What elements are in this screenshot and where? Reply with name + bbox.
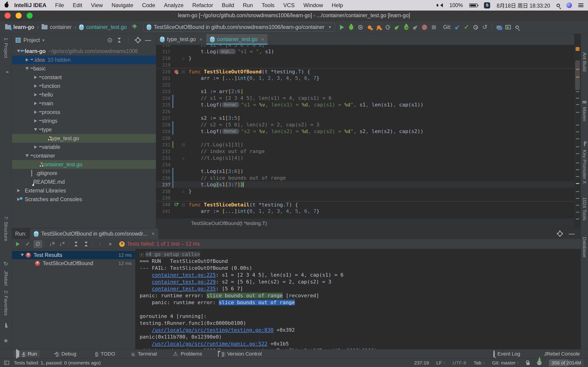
tree-row-type[interactable]: type xyxy=(12,125,156,134)
test-row-Test Results[interactable]: Test Results12 ms xyxy=(12,251,135,259)
code-line-227[interactable]: 227 s2 := s1[3:5] xyxy=(156,115,574,121)
editor-breadcrumb[interactable]: TestSliceOutOfBound(t *testing.T) xyxy=(191,220,267,226)
breadcrumb-item-learn-go[interactable]: learn-go xyxy=(4,24,35,30)
tree-toggle-icon[interactable] xyxy=(32,84,39,88)
jrebel-run-icon[interactable] xyxy=(393,23,402,32)
status-widget-356-of-2014m[interactable]: 356 of 2014M xyxy=(549,359,584,366)
stop-icon[interactable] xyxy=(429,23,439,32)
toolwindow-layout-icon[interactable] xyxy=(4,361,9,365)
notification-center-icon[interactable] xyxy=(578,3,583,7)
tree-toggle-icon[interactable] xyxy=(24,58,31,61)
tree-row-strings[interactable]: strings xyxy=(12,117,156,125)
project-panel-title[interactable]: Project xyxy=(23,37,40,43)
menu-item-navigate[interactable]: Navigate xyxy=(107,2,138,8)
show-ignored-icon[interactable]: ∅ xyxy=(34,240,42,248)
menu-item-file[interactable]: File xyxy=(51,2,69,8)
menu-item-refactor[interactable]: Refactor xyxy=(188,2,217,8)
rerun-test-icon[interactable] xyxy=(173,201,180,208)
tab-type_test.go[interactable]: type_test.go× xyxy=(156,34,206,45)
menubar-clock[interactable]: 8月18日 周日 18:33:20 xyxy=(497,1,550,9)
code-line-220[interactable]: 220func TestSliceOutOfBound(t *testing.T… xyxy=(156,68,574,75)
tree-toggle-icon[interactable] xyxy=(32,102,39,105)
code-line-233[interactable]: 233⌂ //t.Log(s1[4]) xyxy=(156,155,574,161)
history-icon[interactable] xyxy=(471,23,480,32)
fold-marker[interactable]: ⌂ xyxy=(180,189,186,194)
maven-icon[interactable]: m xyxy=(582,99,587,105)
tree-toggle-icon[interactable] xyxy=(32,76,39,79)
sidebar-item-2-favorites[interactable]: 2: Favorites xyxy=(3,290,9,316)
code-line-231[interactable]: 231 //t.Log(s1[3]) xyxy=(156,141,574,148)
code-line-229[interactable]: 229 t.Logf(format:"s2 = %v, len(s2) = %d… xyxy=(156,128,574,135)
close-icon[interactable]: × xyxy=(199,37,202,42)
tree-toggle-icon[interactable] xyxy=(32,93,39,96)
console-link[interactable]: /usr/local/go/src/testing/testing.go:830 xyxy=(152,327,274,333)
run-icon[interactable] xyxy=(337,23,346,32)
code-line-236[interactable]: 236 // slice bounds out of range xyxy=(156,175,574,181)
battery-icon[interactable] xyxy=(469,3,477,7)
tree-toggle-icon[interactable] xyxy=(19,254,26,257)
run-configuration-tab[interactable]: TestSliceOutOfBound in github.com/snowdr… xyxy=(30,228,158,239)
menu-item-edit[interactable]: Edit xyxy=(69,2,86,8)
search-everywhere-icon[interactable] xyxy=(513,23,522,32)
console-link[interactable]: container_test.go:229 xyxy=(152,279,216,285)
toolwindow-button-terminal[interactable]: ›_Terminal xyxy=(128,350,160,358)
star-icon[interactable]: ★ xyxy=(3,337,9,344)
s-app-icon[interactable]: S xyxy=(484,2,490,8)
warning-indicator-icon[interactable] xyxy=(576,47,579,51)
tree-toggle-icon[interactable] xyxy=(24,154,31,157)
run-anything-icon[interactable] xyxy=(503,23,513,32)
coverage-icon[interactable] xyxy=(356,23,365,32)
tree-row-README.md[interactable]: README.md xyxy=(12,177,156,186)
code-line-224[interactable]: 224 // s1 = [2 3 4 5], len(s1) = 4, cap(… xyxy=(156,95,574,101)
tree-row-process[interactable]: process xyxy=(12,108,156,117)
keyx-icon[interactable] xyxy=(584,142,585,146)
tree-toggle-icon[interactable] xyxy=(24,67,31,70)
gear-icon[interactable] xyxy=(558,232,562,236)
pin-icon[interactable] xyxy=(5,323,7,327)
toolwindow-button-run[interactable]: 4: Run xyxy=(13,350,40,358)
sync-icon[interactable]: ↻ xyxy=(3,261,8,267)
spotlight-search-icon[interactable] xyxy=(556,4,560,7)
close-window-button[interactable] xyxy=(5,13,10,19)
code-line-241[interactable]: 241 arr := [...]int{0, 1, 2, 3, 4, 5, 6,… xyxy=(156,208,574,215)
tree-row-container_test.go[interactable]: container_test.go xyxy=(12,160,156,169)
fold-marker[interactable]: ⌂ xyxy=(180,56,186,60)
test-row-TestSliceOutOfBound[interactable]: TestSliceOutOfBound12 ms xyxy=(12,259,135,267)
tree-toggle-icon[interactable] xyxy=(32,128,39,131)
locate-file-icon[interactable] xyxy=(108,38,112,42)
siri-icon[interactable] xyxy=(566,2,572,8)
rerun-disabled-icon[interactable] xyxy=(411,23,420,32)
fold-marker[interactable] xyxy=(180,142,186,147)
minimize-window-button[interactable] xyxy=(16,13,22,19)
status-widget-237-19[interactable]: 237:19 xyxy=(414,360,429,366)
menu-item-run[interactable]: Run xyxy=(238,2,257,8)
run-configuration-select[interactable]: TestSliceOutOfBound in github.com/snowdr… xyxy=(143,23,335,32)
fold-marker[interactable] xyxy=(180,69,186,74)
status-widget-tab[interactable]: Tab↕ xyxy=(474,360,485,366)
fold-marker[interactable]: ⌂ xyxy=(180,156,186,160)
hide-panel-icon[interactable]: — xyxy=(569,230,575,237)
toolwindow-button-event-log[interactable]: Event Log xyxy=(491,350,523,358)
stop-bug-icon[interactable] xyxy=(420,23,429,32)
tree-row-.idea[interactable]: .idea10 hidden xyxy=(12,56,156,64)
rollback-icon[interactable]: ↺ xyxy=(480,23,489,32)
previous-failed-icon[interactable]: ↑ xyxy=(96,240,104,248)
sort-alphabetically-icon[interactable]: ↓a xyxy=(48,240,56,248)
menu-item-vcs[interactable]: VCS xyxy=(279,2,299,8)
menu-item-help[interactable]: Help xyxy=(327,2,347,8)
code-line-228[interactable]: 228 // s2 = [5 6], len(s2) = 2, cap(s2) … xyxy=(156,121,574,128)
code-line-240[interactable]: 240func TestSliceDetail(t *testing.T) { xyxy=(156,201,574,208)
tree-row-External Libraries[interactable]: External Libraries xyxy=(12,186,156,195)
attach-profiler-icon[interactable] xyxy=(383,23,393,32)
sidebar-item-key-promoter-x[interactable]: Key Promoter X xyxy=(582,150,587,184)
sidebar-item-database[interactable]: Database xyxy=(582,237,587,258)
menu-item-analyze[interactable]: Analyze xyxy=(160,2,188,8)
fold-expand-icon[interactable]: + xyxy=(140,253,144,257)
tree-row-basic[interactable]: basic xyxy=(12,64,156,73)
tree-row-main[interactable]: main xyxy=(12,99,156,108)
tree-row-hello[interactable]: hello xyxy=(12,90,156,99)
code-line-222[interactable]: 222 xyxy=(156,81,574,88)
toolwindow-button-problems[interactable]: ⚠Problems xyxy=(170,350,205,358)
code-line-225[interactable]: 225 t.Logf(format:"s1 = %v, len(s1) = %d… xyxy=(156,101,574,108)
menu-item-build[interactable]: Build xyxy=(217,2,238,8)
